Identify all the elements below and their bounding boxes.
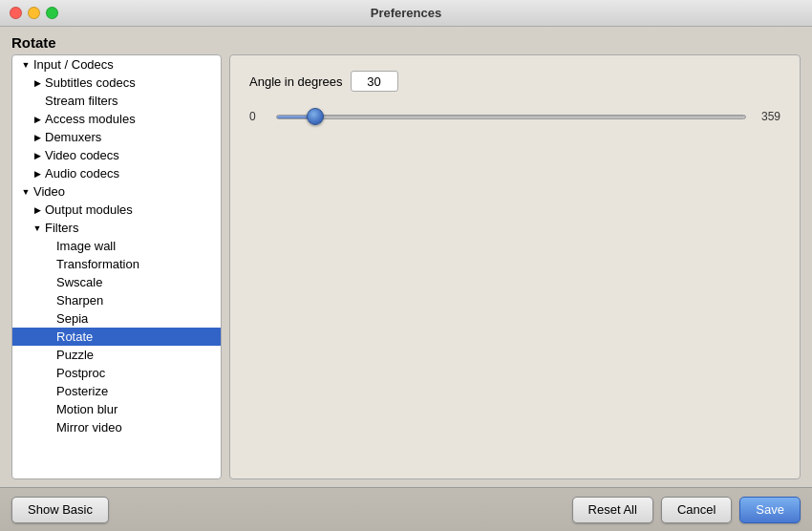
sidebar-item-filters[interactable]: Filters <box>12 219 221 237</box>
sidebar-item-swscale[interactable]: Swscale <box>12 273 221 291</box>
no-arrow-spacer <box>43 295 54 307</box>
maximize-button[interactable] <box>46 7 58 19</box>
slider-thumb[interactable] <box>307 108 324 125</box>
sidebar-item-puzzle[interactable]: Puzzle <box>12 346 221 364</box>
slider-min-label: 0 <box>249 110 268 123</box>
sidebar-item-sepia[interactable]: Sepia <box>12 309 221 328</box>
main-content: Rotate Input / CodecsSubtitles codecsStr… <box>0 27 812 487</box>
slider-row: 0 359 <box>249 107 780 126</box>
sidebar-item-label: Posterize <box>56 384 108 398</box>
angle-input[interactable] <box>351 71 398 92</box>
close-button[interactable] <box>10 7 22 19</box>
sidebar-item-video[interactable]: Video <box>12 182 221 201</box>
right-arrow-icon <box>32 77 43 89</box>
sidebar-item-audio-codecs[interactable]: Audio codecs <box>12 164 221 182</box>
no-arrow-spacer <box>43 331 54 343</box>
no-arrow-spacer <box>43 259 54 270</box>
sidebar-item-label: Filters <box>45 221 78 235</box>
sidebar-item-label: Mirror video <box>56 420 122 435</box>
angle-row: Angle in degrees <box>249 71 780 92</box>
down-arrow-icon <box>20 186 32 198</box>
no-arrow-spacer <box>43 313 54 325</box>
content-area: Input / CodecsSubtitles codecsStream fil… <box>0 54 812 487</box>
sidebar-item-mirror-video[interactable]: Mirror video <box>12 418 221 436</box>
bottom-bar: Show Basic Reset All Cancel Save <box>0 487 812 531</box>
sidebar-item-label: Output modules <box>45 202 133 217</box>
right-arrow-icon <box>32 150 43 161</box>
sidebar-item-motion-blur[interactable]: Motion blur <box>12 400 221 418</box>
title-bar: Preferences <box>0 0 812 27</box>
down-arrow-icon <box>32 223 43 234</box>
sidebar-item-label: Puzzle <box>56 348 94 362</box>
page-title: Rotate <box>0 27 812 54</box>
sidebar-item-stream-filters[interactable]: Stream filters <box>12 92 221 110</box>
sidebar-item-label: Video codecs <box>45 148 119 162</box>
sidebar-item-label: Rotate <box>56 329 93 344</box>
bottom-right-buttons: Reset All Cancel Save <box>572 497 801 523</box>
sidebar-item-label: Transformation <box>56 257 139 271</box>
reset-all-button[interactable]: Reset All <box>572 497 653 523</box>
no-arrow-spacer <box>43 241 54 252</box>
sidebar-item-posterize[interactable]: Posterize <box>12 382 221 400</box>
sidebar-item-access-modules[interactable]: Access modules <box>12 110 221 128</box>
sidebar-item-label: Sharpen <box>56 293 103 308</box>
sidebar-item-label: Postproc <box>56 366 105 380</box>
sidebar-item-subtitles-codecs[interactable]: Subtitles codecs <box>12 74 221 92</box>
cancel-button[interactable]: Cancel <box>661 497 732 523</box>
no-arrow-spacer <box>43 277 54 288</box>
sidebar-item-label: Image wall <box>56 239 116 253</box>
sidebar-item-label: Video <box>33 184 65 199</box>
sidebar-item-image-wall[interactable]: Image wall <box>12 237 221 255</box>
no-arrow-spacer <box>43 422 54 434</box>
sidebar-item-rotate[interactable]: Rotate <box>12 328 221 346</box>
down-arrow-icon <box>20 59 32 71</box>
sidebar-item-label: Stream filters <box>45 94 118 108</box>
minimize-button[interactable] <box>28 7 40 19</box>
right-arrow-icon <box>32 168 43 180</box>
no-arrow-spacer <box>43 350 54 361</box>
save-button[interactable]: Save <box>739 497 801 523</box>
sidebar-item-input-codecs[interactable]: Input / Codecs <box>12 55 221 74</box>
sidebar-item-label: Subtitles codecs <box>45 75 136 90</box>
sidebar-tree: Input / CodecsSubtitles codecsStream fil… <box>11 54 222 479</box>
no-arrow-spacer <box>32 96 43 107</box>
sidebar-item-transformation[interactable]: Transformation <box>12 255 221 273</box>
show-basic-button[interactable]: Show Basic <box>11 497 109 523</box>
no-arrow-spacer <box>43 368 54 379</box>
slider-track <box>276 115 746 119</box>
slider-max-label: 359 <box>754 110 780 123</box>
sidebar-item-label: Motion blur <box>56 402 118 416</box>
window-title: Preferences <box>371 6 441 20</box>
sidebar-item-sharpen[interactable]: Sharpen <box>12 291 221 309</box>
no-arrow-spacer <box>43 404 54 415</box>
right-panel: Angle in degrees 0 359 <box>229 54 801 479</box>
sidebar-item-label: Access modules <box>45 112 136 126</box>
right-arrow-icon <box>32 132 43 143</box>
sidebar-item-label: Input / Codecs <box>33 57 114 72</box>
window-controls[interactable] <box>10 7 58 19</box>
right-arrow-icon <box>32 204 43 216</box>
angle-label: Angle in degrees <box>249 74 343 89</box>
sidebar-item-video-codecs[interactable]: Video codecs <box>12 146 221 164</box>
sidebar-item-label: Swscale <box>56 275 102 289</box>
no-arrow-spacer <box>43 386 54 397</box>
slider-container <box>276 107 746 126</box>
right-arrow-icon <box>32 114 43 125</box>
sidebar-item-postproc[interactable]: Postproc <box>12 364 221 382</box>
sidebar-item-label: Demuxers <box>45 130 101 144</box>
sidebar-item-output-modules[interactable]: Output modules <box>12 201 221 219</box>
sidebar-item-label: Audio codecs <box>45 166 119 181</box>
sidebar-item-label: Sepia <box>56 311 88 326</box>
sidebar-item-demuxers[interactable]: Demuxers <box>12 128 221 146</box>
